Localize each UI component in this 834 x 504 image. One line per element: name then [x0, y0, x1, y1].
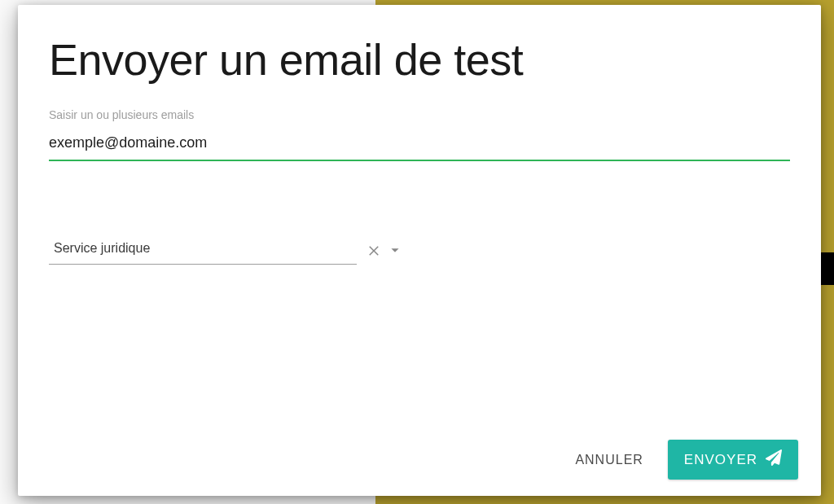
email-field-label: Saisir un ou plusieurs emails	[49, 108, 790, 121]
clear-icon[interactable]	[367, 243, 381, 257]
modal-title: Envoyer un email de test	[49, 36, 790, 84]
send-button-label: ENVOYER	[684, 452, 757, 468]
send-test-email-modal: Envoyer un email de test Saisir un ou pl…	[18, 5, 821, 496]
paper-plane-icon	[766, 449, 782, 470]
modal-body: Envoyer un email de test Saisir un ou pl…	[18, 5, 821, 425]
email-input[interactable]	[49, 129, 790, 161]
send-button[interactable]: ENVOYER	[668, 440, 798, 480]
recipient-select-input[interactable]	[49, 234, 357, 265]
recipient-select-wrap	[49, 234, 357, 265]
modal-footer: ANNULER ENVOYER	[18, 425, 821, 496]
recipient-select-row	[49, 234, 790, 265]
chevron-down-icon[interactable]	[386, 241, 404, 259]
select-controls	[367, 241, 404, 259]
cancel-button[interactable]: ANNULER	[568, 445, 649, 476]
